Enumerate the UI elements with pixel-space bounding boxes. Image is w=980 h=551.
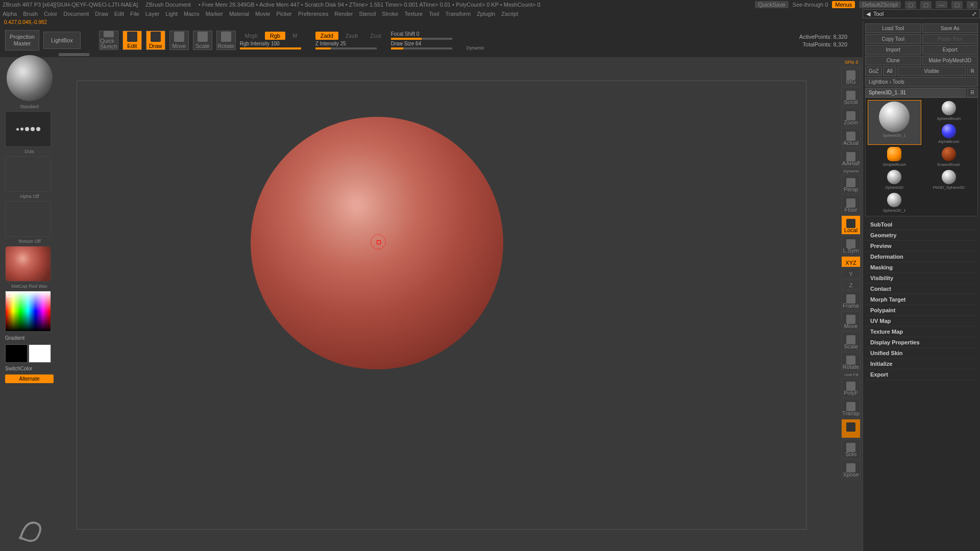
- menu-color[interactable]: Color: [44, 11, 57, 17]
- rotate-button[interactable]: Rotate: [216, 31, 236, 50]
- make-polymesh-button[interactable]: Make PolyMesh3D: [922, 56, 978, 65]
- m-button[interactable]: M: [287, 32, 302, 40]
- alternate-button[interactable]: Alternate: [5, 374, 54, 383]
- menu-zplugin[interactable]: Zplugin: [477, 11, 495, 17]
- accordion-texture-map[interactable]: Texture Map: [865, 327, 978, 337]
- move-nav-button[interactable]: Move: [841, 311, 861, 331]
- rgb-button[interactable]: Rgb: [265, 32, 285, 40]
- y-button[interactable]: Y: [841, 268, 861, 279]
- copy-tool-button[interactable]: Copy Tool: [865, 34, 921, 44]
- tool-item-simplebrush[interactable]: SimpleBrush: [868, 146, 921, 168]
- tool-item-spherebrush[interactable]: SphereBrush: [922, 100, 976, 122]
- alpha-slot[interactable]: [5, 156, 51, 192]
- menu-draw[interactable]: Draw: [95, 11, 108, 17]
- scale-button[interactable]: Scale: [193, 31, 212, 50]
- projection-master-button[interactable]: Projection Master: [5, 30, 39, 51]
- r-toggle[interactable]: R: [967, 88, 978, 97]
- menu-picker[interactable]: Picker: [276, 11, 292, 17]
- ghost-button[interactable]: [841, 419, 861, 438]
- switch-color-button[interactable]: SwitchColor: [5, 365, 54, 372]
- viewport-canvas[interactable]: [77, 81, 806, 530]
- edit-button[interactable]: Edit: [122, 31, 142, 50]
- z-button[interactable]: Z: [841, 280, 861, 290]
- rgb-intensity-slider[interactable]: [240, 47, 301, 49]
- scale-nav-button[interactable]: Scale: [841, 332, 861, 351]
- lightbox-button[interactable]: LightBox: [43, 32, 81, 49]
- menu-render[interactable]: Render: [334, 11, 353, 17]
- current-tool-name[interactable]: Sphere3D_1. 31: [865, 88, 966, 97]
- seethrough-label[interactable]: See-through 0: [793, 2, 828, 8]
- clone-button[interactable]: Clone: [865, 56, 921, 65]
- accordion-contact[interactable]: Contact: [865, 284, 978, 294]
- menu-preferences[interactable]: Preferences: [298, 11, 328, 17]
- tool-item-sphere3d-1[interactable]: Sphere3D_1: [868, 100, 921, 145]
- window-btn-1[interactable]: ▢: [905, 1, 916, 9]
- focal-shift-slider[interactable]: [391, 38, 452, 40]
- tool-item-sphere3d-1b[interactable]: Sphere3D_1: [868, 192, 921, 214]
- actual-button[interactable]: Actual: [841, 128, 861, 147]
- tool-item-eraserbrush[interactable]: EraserBrush: [922, 146, 976, 168]
- export-button[interactable]: Export: [922, 45, 978, 55]
- accordion-visibility[interactable]: Visibility: [865, 273, 978, 284]
- menu-zscript[interactable]: Zscript: [501, 11, 518, 17]
- accordion-display-properties[interactable]: Display Properties: [865, 337, 978, 348]
- visible-button[interactable]: Visible: [897, 66, 966, 76]
- r-button[interactable]: R: [967, 66, 978, 76]
- accordion-polypaint[interactable]: Polypaint: [865, 305, 978, 316]
- scroll-button[interactable]: Scroll: [841, 87, 861, 107]
- solo-button[interactable]: Solo: [841, 439, 861, 459]
- save-as-button[interactable]: Save As: [922, 23, 978, 33]
- transp-button[interactable]: Transp: [841, 398, 861, 418]
- import-button[interactable]: Import: [865, 45, 921, 55]
- zsub-button[interactable]: Zsub: [340, 32, 363, 40]
- zadd-button[interactable]: Zadd: [315, 32, 338, 40]
- goz-button[interactable]: GoZ: [865, 66, 882, 76]
- quicksave-button[interactable]: QuickSave: [755, 1, 788, 8]
- lightbox-strip[interactable]: [0, 53, 863, 57]
- zoom-button[interactable]: Zoom: [841, 108, 861, 127]
- menu-layer[interactable]: Layer: [145, 11, 160, 17]
- default-script[interactable]: DefaultZScript: [859, 1, 901, 8]
- gradient-label[interactable]: Gradient: [5, 334, 54, 342]
- swatch-black[interactable]: [5, 344, 28, 363]
- menu-stroke[interactable]: Stroke: [382, 11, 398, 17]
- paste-tool-button[interactable]: Paste Tool: [922, 34, 978, 44]
- menu-transform[interactable]: Transform: [445, 11, 471, 17]
- minimize-button[interactable]: —: [936, 1, 947, 8]
- accordion-preview[interactable]: Preview: [865, 241, 978, 252]
- tool-item-alphabrush[interactable]: AlphaBrush: [922, 123, 976, 145]
- all-button[interactable]: All: [883, 66, 896, 76]
- swatch-white[interactable]: [29, 344, 51, 363]
- zcut-button[interactable]: Zcut: [365, 32, 386, 40]
- pin-icon[interactable]: ◀: [866, 11, 870, 17]
- expand-icon[interactable]: ⤢: [972, 11, 976, 17]
- accordion-morph-target[interactable]: Morph Target: [865, 294, 978, 305]
- floor-button[interactable]: Floor: [841, 195, 861, 214]
- rotate-nav-button[interactable]: Rotate: [841, 352, 861, 371]
- tool-item-pm3d-sphere3d[interactable]: PM3D_Sphere3D: [922, 169, 976, 191]
- color-picker[interactable]: [5, 291, 51, 332]
- polyf-button[interactable]: PolyF: [841, 378, 861, 397]
- menus-button[interactable]: Menus: [832, 1, 855, 8]
- mrgb-button[interactable]: Mrgb: [240, 32, 263, 40]
- dynamic-toggle[interactable]: Dynamic: [467, 45, 484, 51]
- lightbox-tools-header[interactable]: Lightbox › Tools: [865, 77, 978, 87]
- menu-brush[interactable]: Brush: [23, 11, 38, 17]
- window-btn-2[interactable]: ▢: [920, 1, 932, 9]
- xyz-button[interactable]: XYZ: [841, 256, 861, 267]
- persp-button[interactable]: Persp: [841, 174, 861, 194]
- menu-material[interactable]: Material: [229, 11, 249, 17]
- menu-stencil[interactable]: Stencil: [359, 11, 376, 17]
- tool-header[interactable]: ◀ Tool ⤢: [863, 9, 980, 18]
- frame-button[interactable]: Frame: [841, 291, 861, 310]
- spix-label[interactable]: SPix 3: [841, 59, 862, 66]
- draw-button[interactable]: Draw: [146, 31, 165, 50]
- z-intensity-slider[interactable]: [315, 47, 377, 49]
- accordion-subtool[interactable]: SubTool: [865, 219, 978, 230]
- close-button[interactable]: ✕: [967, 1, 977, 9]
- accordion-unified-skin[interactable]: Unified Skin: [865, 348, 978, 359]
- draw-size-slider[interactable]: [391, 47, 452, 49]
- stroke-preview[interactable]: [5, 111, 51, 147]
- accordion-uv-map[interactable]: UV Map: [865, 316, 978, 327]
- accordion-geometry[interactable]: Geometry: [865, 230, 978, 241]
